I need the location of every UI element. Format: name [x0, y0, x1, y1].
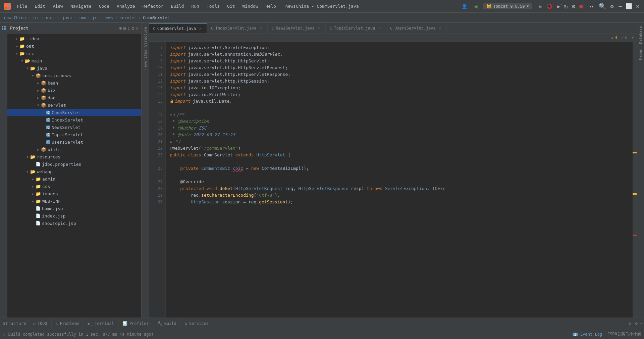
warning-count[interactable]: ⚠ 4: [611, 35, 617, 40]
services-label[interactable]: Structure: [0, 321, 29, 326]
tree-item-out[interactable]: ▶ 📁 out: [7, 42, 141, 50]
debug-button[interactable]: 🐞: [546, 3, 553, 9]
tree-item-usersservlet[interactable]: C UsersServlet: [7, 138, 141, 146]
menu-refactor[interactable]: Refactor: [139, 2, 167, 10]
back-button[interactable]: ◀: [474, 3, 478, 10]
tree-item-showtopic-jsp[interactable]: 📄 showTopic.jsp: [7, 220, 141, 227]
tab-close-commservlet[interactable]: ✕: [198, 26, 203, 31]
tab-services[interactable]: ⚙ Services: [181, 318, 213, 329]
tree-item-jdbc-properties[interactable]: 📄 jdbc.properties: [7, 160, 141, 168]
tree-item-dao[interactable]: ▶ 📦 dao: [7, 94, 141, 101]
tab-build[interactable]: 🔨 Build: [153, 318, 181, 329]
menu-file[interactable]: File: [13, 2, 31, 10]
tab-problems[interactable]: ⚠ Problems: [52, 318, 84, 329]
profile-button[interactable]: ⚙: [572, 3, 576, 10]
tree-item-src[interactable]: ▼ 📂 src: [7, 50, 141, 57]
tab-close-topicservlet[interactable]: ✕: [377, 26, 382, 31]
run-button[interactable]: ▶: [539, 3, 543, 10]
tree-item-css[interactable]: ▶ 📁 css: [7, 183, 141, 190]
favorites-label[interactable]: Favorites: [143, 48, 148, 71]
breadcrumb-com[interactable]: com: [78, 15, 86, 20]
breadcrumb-main[interactable]: main: [46, 15, 56, 20]
tree-item-web-inf[interactable]: ▶ 📁 WEB-INF: [7, 197, 141, 205]
menu-navigate[interactable]: Navigate: [67, 2, 95, 10]
tree-item-index-jsp[interactable]: 📄 index.jsp: [7, 212, 141, 220]
breadcrumb-src[interactable]: src: [32, 15, 40, 20]
expand-notifications-icon[interactable]: ▼: [632, 35, 634, 40]
menu-run[interactable]: Run: [188, 2, 202, 10]
tree-item-bean[interactable]: ▶ 📦 bean: [7, 79, 141, 87]
close-button[interactable]: ✕: [635, 4, 640, 9]
tree-item-servlet[interactable]: ▼ 📦 servlet: [7, 101, 141, 109]
tree-item-home-jsp[interactable]: 📄 home.jsp: [7, 205, 141, 212]
tree-item-com-jx-news[interactable]: ▼ 📦 com.jx.news: [7, 72, 141, 79]
tree-collapse-icon[interactable]: ≡: [123, 26, 126, 31]
menu-help[interactable]: Help: [262, 2, 279, 10]
tab-newsservlet[interactable]: C NewsServlet.java ✕: [268, 23, 326, 33]
tab-usersservlet[interactable]: C UsersServlet.java ✕: [386, 23, 446, 33]
project-panel-icon[interactable]: [1, 25, 7, 31]
add-tab-icon[interactable]: ⊕: [626, 321, 634, 326]
tree-scope-icon[interactable]: ⊕: [119, 26, 122, 31]
settings-icon[interactable]: ⚙: [634, 321, 639, 326]
tree-item-biz[interactable]: ▶ 📦 biz: [7, 87, 141, 94]
tree-sort-icon[interactable]: ↕: [127, 26, 130, 31]
tab-indexservlet[interactable]: C IndexServlet.java ✕: [207, 23, 267, 33]
tree-item-main[interactable]: ▼ 📂 main: [7, 57, 141, 64]
menu-tools[interactable]: Tools: [203, 2, 223, 10]
event-log-count[interactable]: 2 Event Log: [573, 332, 602, 337]
breadcrumb-java[interactable]: java: [62, 15, 72, 20]
breadcrumb-jx[interactable]: jx: [92, 15, 97, 20]
tree-item-idea[interactable]: ▶ 📁 .idea: [7, 35, 141, 42]
reload-button[interactable]: ↻: [564, 3, 568, 10]
tab-close-usersservlet[interactable]: ✕: [438, 26, 442, 31]
tab-commservlet[interactable]: C CommServlet.java ✕: [149, 23, 207, 33]
tree-item-indexservlet[interactable]: C IndexServlet: [7, 116, 141, 124]
gear-button[interactable]: ⚙: [610, 3, 614, 10]
forward-run-button[interactable]: ⏭: [589, 3, 595, 9]
ok-count[interactable]: ✓ 6: [621, 35, 627, 40]
tree-item-admin[interactable]: ▶ 📁 admin: [7, 175, 141, 183]
run-config-selector[interactable]: 🐱 Tomcat 9.0.59 ▼: [483, 3, 532, 9]
run-gutter-icon[interactable]: ▶: [166, 152, 166, 158]
tree-item-webapp[interactable]: ▼ 📂 webapp: [7, 168, 141, 175]
tab-terminal[interactable]: ▶_ Terminal: [84, 318, 118, 329]
tree-item-utils[interactable]: ▶ 📦 utils: [7, 146, 141, 153]
menu-view[interactable]: View: [49, 2, 66, 10]
menu-code[interactable]: Code: [96, 2, 113, 10]
maven-label[interactable]: Maven: [638, 47, 643, 61]
stop-button[interactable]: ■: [580, 3, 583, 9]
menu-window[interactable]: Window: [239, 2, 262, 10]
tab-close-indexservlet[interactable]: ✕: [259, 26, 263, 31]
menu-edit[interactable]: Edit: [31, 2, 48, 10]
breadcrumb-news[interactable]: news: [103, 15, 113, 20]
structure-label[interactable]: Structure: [143, 26, 148, 48]
code-content[interactable]: import javax.servlet.ServletException; i…: [166, 42, 633, 318]
menu-build[interactable]: Build: [167, 2, 187, 10]
maximize-button[interactable]: ⬜: [627, 4, 631, 9]
tree-settings-icon[interactable]: ⚙: [131, 26, 134, 31]
scrollbar[interactable]: [633, 42, 637, 318]
tree-item-commservlet[interactable]: C CommServlet: [7, 109, 141, 116]
breadcrumb-project[interactable]: newsChina: [4, 15, 26, 20]
tab-todo[interactable]: ☑ TODO: [29, 318, 51, 329]
menu-analyze[interactable]: Analyze: [113, 2, 139, 10]
tab-profiler[interactable]: 📊 Profiler: [118, 318, 153, 329]
tab-close-newsservlet[interactable]: ✕: [317, 26, 321, 31]
database-label[interactable]: Database: [638, 25, 643, 45]
settings-button[interactable]: 🔍: [599, 3, 606, 10]
tree-item-images[interactable]: ▶ 📁 images: [7, 190, 141, 197]
tab-topicservlet[interactable]: C TopicServlet.java ✕: [326, 23, 386, 33]
tree-item-resources[interactable]: ▼ 📂 resources: [7, 153, 141, 160]
breadcrumb-servlet[interactable]: servlet: [119, 15, 137, 20]
bottom-tabs: ☑ TODO ⚠ Problems ▶_ Terminal 📊 Profiler…: [29, 318, 213, 329]
minimize-panel-icon[interactable]: —: [639, 321, 644, 326]
menu-git[interactable]: Git: [224, 2, 238, 10]
tree-item-newsservlet[interactable]: C NewsServlet: [7, 124, 141, 131]
tree-close-icon[interactable]: ✕: [136, 26, 139, 31]
minimize-button[interactable]: —: [618, 4, 623, 9]
user-icon[interactable]: 👤: [462, 4, 467, 9]
tree-item-java[interactable]: ▼ 📂 java: [7, 64, 141, 72]
run-with-coverage-button[interactable]: ▶̈: [557, 4, 560, 9]
tree-item-topicservlet[interactable]: C TopicServlet: [7, 131, 141, 138]
